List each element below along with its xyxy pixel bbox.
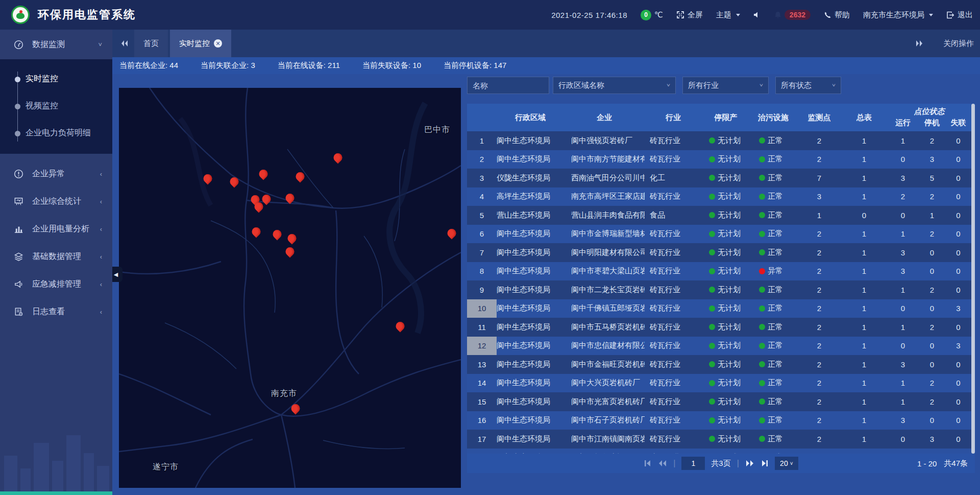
table-row[interactable]: 7 阆中生态环境局 阆中明阳建材有限公司 砖瓦行业 无计划 正常 2 1 3 0… [467, 243, 975, 262]
table-row[interactable]: 13 阆中生态环境局 阆中市金福旺页岩机砖 砖瓦行业 无计划 正常 2 1 3 … [467, 355, 975, 374]
table-scrollbar[interactable] [971, 104, 975, 454]
tab-scroll-left-button[interactable] [120, 40, 129, 47]
cell-running-count: 0 [887, 304, 919, 313]
close-icon[interactable]: ✕ [214, 39, 222, 48]
sidebar-group-power-analysis[interactable]: 企业用电量分析‹ [0, 215, 112, 243]
theme-dropdown[interactable]: 主题 [716, 10, 740, 20]
cell-running-count: 1 [887, 229, 919, 238]
enterprise-table: 行政区域 企业 行业 停限产 治污设施 监测点 总表 点位状态 运行 停机 失联… [467, 104, 975, 454]
phone-icon [824, 11, 831, 19]
cell-running-count: 3 [887, 174, 919, 182]
row-number: 1 [467, 131, 497, 150]
name-search-input[interactable] [467, 77, 549, 94]
cell-running-count: 3 [887, 416, 919, 425]
cell-total-meters: 1 [842, 174, 887, 182]
sidebar-item-power-load-detail[interactable]: 企业电力负荷明细 [0, 120, 112, 147]
table-row[interactable]: 14 阆中生态环境局 阆中大兴页岩机砖厂 砖瓦行业 无计划 正常 2 1 1 2… [467, 374, 975, 393]
name-input-field[interactable] [473, 81, 544, 90]
sidebar-group-emergency-reduction[interactable]: 应急减排管理‹ [0, 270, 112, 298]
table-row[interactable]: 5 营山生态环境局 营山县润丰肉食品有限 食品 无计划 正常 1 0 0 1 0 [467, 206, 975, 225]
cell-limit-status: 无计划 [702, 303, 750, 313]
table-row[interactable]: 3 仪陇生态环境局 西南油气田分公司川中 化工 无计划 正常 7 1 3 5 0 [467, 169, 975, 187]
column-header-company: 企业 [564, 104, 645, 131]
first-page-button[interactable] [644, 460, 652, 467]
sidebar-submenu: 实时监控 视频监控 企业电力负荷明细 [0, 59, 112, 154]
cell-facility-status: 正常 [750, 360, 797, 369]
notification-button[interactable]: 2632 [774, 10, 811, 20]
prev-page-icon [658, 460, 667, 467]
cell-stopped-count: 2 [919, 286, 945, 294]
table-row[interactable]: 12 阆中生态环境局 阆中市忠信建材有限公 砖瓦行业 无计划 正常 2 1 0 … [467, 337, 975, 356]
chevron-down-icon: ˅ [760, 82, 763, 88]
cell-region: 阆中生态环境局 [497, 136, 564, 146]
table-row[interactable]: 2 阆中生态环境局 阆中市南方节能建材有 砖瓦行业 无计划 正常 2 1 0 3… [467, 150, 975, 169]
tab-scroll-right-button[interactable] [915, 40, 924, 47]
logout-button[interactable]: 退出 [946, 10, 973, 20]
table-row[interactable]: 17 阆中生态环境局 阆中市江南镇阆南页岩 砖瓦行业 无计划 正常 2 1 0 … [467, 430, 975, 449]
sidebar-group-enterprise-statistics[interactable]: 企业综合统计‹ [0, 187, 112, 215]
status-select[interactable]: 所有状态˅ [775, 77, 841, 94]
cell-stopped-count: 0 [919, 248, 945, 257]
status-dot-icon [759, 305, 765, 312]
table-row[interactable]: 4 高坪生态环境局 南充市高坪区王家店建 砖瓦行业 无计划 正常 3 1 2 2… [467, 187, 975, 206]
fullscreen-button[interactable]: 全屏 [676, 10, 703, 20]
cell-facility-status: 异常 [750, 266, 797, 276]
table-row[interactable]: 16 阆中生态环境局 阆中市石子页岩机砖厂 砖瓦行业 无计划 正常 2 1 3 … [467, 411, 975, 430]
bell-icon [774, 11, 781, 19]
cell-total-meters: 1 [842, 229, 887, 238]
industry-select[interactable]: 所有行业˅ [682, 77, 769, 94]
cell-region: 阆中生态环境局 [497, 378, 564, 388]
tab-label: 首页 [143, 39, 159, 49]
table-row[interactable]: 9 阆中生态环境局 阆中市二龙长宝页岩砖 砖瓦行业 无计划 正常 2 1 1 2… [467, 280, 975, 299]
table-row[interactable]: 18 南部生态环境局 南部县新华水泥有限公 建材行业 无计划 正常 2 0 0 … [467, 449, 975, 454]
table-row[interactable]: 1 阆中生态环境局 阆中强锐页岩砖厂 砖瓦行业 无计划 正常 2 1 1 2 0 [467, 131, 975, 150]
cell-lost-count: 0 [945, 248, 972, 257]
page-size-select[interactable]: 20˅ [775, 457, 798, 470]
status-dot-icon [759, 361, 765, 367]
logout-icon [946, 11, 954, 19]
sidebar-group-label: 企业用电量分析 [32, 224, 100, 234]
map-canvas[interactable]: 巴中市 南充市 遂宁市 [119, 88, 461, 488]
table-row[interactable]: 6 阆中生态环境局 阆中市金博瑞新型墙材 砖瓦行业 无计划 正常 2 1 1 2… [467, 225, 975, 244]
status-dot-icon [759, 212, 765, 218]
sidebar-item-video-monitor[interactable]: 视频监控 [0, 92, 112, 120]
sidebar-group-log-view[interactable]: 日志查看‹ [0, 298, 112, 325]
cell-running-count: 0 [887, 211, 919, 220]
cell-running-count: 0 [887, 155, 919, 163]
map-roads [119, 88, 461, 488]
volume-button[interactable] [753, 11, 761, 18]
sidebar-group-label: 应急减排管理 [32, 279, 100, 290]
close-operations-button[interactable]: 关闭操作 [943, 39, 974, 49]
org-dropdown[interactable]: 南充市生态环境局 [863, 10, 933, 20]
table-row[interactable]: 10 阆中生态环境局 阆中千佛镇五郎垭页岩 砖瓦行业 无计划 正常 2 1 0 … [467, 299, 975, 318]
table-row[interactable]: 8 阆中生态环境局 阆中市枣碧大梁山页岩 砖瓦行业 无计划 异常 2 1 3 0… [467, 262, 975, 281]
cell-lost-count: 0 [945, 379, 972, 387]
next-page-button[interactable] [745, 460, 754, 467]
table-row[interactable]: 11 阆中生态环境局 阆中市五马桥页岩机砖 砖瓦行业 无计划 正常 2 1 1 … [467, 318, 975, 337]
cell-company: 阆中市江南镇阆南页岩 [564, 434, 645, 444]
help-button[interactable]: 帮助 [824, 10, 850, 20]
sidebar-group-data-monitor[interactable]: 数据监测 ˅ [0, 30, 112, 59]
cell-monitor-points: 2 [797, 304, 842, 313]
sidebar-item-realtime-monitor[interactable]: 实时监控 [0, 65, 112, 92]
cell-lost-count: 0 [945, 267, 972, 275]
region-select[interactable]: 行政区域名称˅ [553, 77, 676, 94]
status-dot-icon [709, 436, 715, 442]
cell-facility-status: 正常 [750, 303, 797, 313]
sidebar-group-enterprise-abnormal[interactable]: 企业异常‹ [0, 160, 112, 187]
page-number-input[interactable]: 1 [681, 457, 705, 470]
column-header-industry: 行业 [645, 104, 702, 131]
status-dot-icon [759, 175, 765, 181]
prev-page-button[interactable] [658, 460, 667, 467]
sidebar-group-base-data[interactable]: 基础数据管理‹ [0, 243, 112, 270]
cell-facility-status: 正常 [750, 192, 797, 201]
cell-company: 阆中明阳建材有限公司 [564, 248, 645, 257]
tab-realtime-monitor[interactable]: 实时监控 ✕ [170, 30, 231, 57]
table-row[interactable]: 15 阆中生态环境局 阆中市光富页岩机砖厂 砖瓦行业 无计划 正常 2 1 1 … [467, 392, 975, 411]
cell-limit-status: 无计划 [702, 415, 750, 425]
last-page-button[interactable] [761, 460, 769, 467]
cell-region: 阆中生态环境局 [497, 434, 564, 444]
cell-total-meters: 1 [842, 286, 887, 294]
tab-home[interactable]: 首页 [134, 30, 168, 57]
cell-facility-status: 正常 [750, 341, 797, 350]
